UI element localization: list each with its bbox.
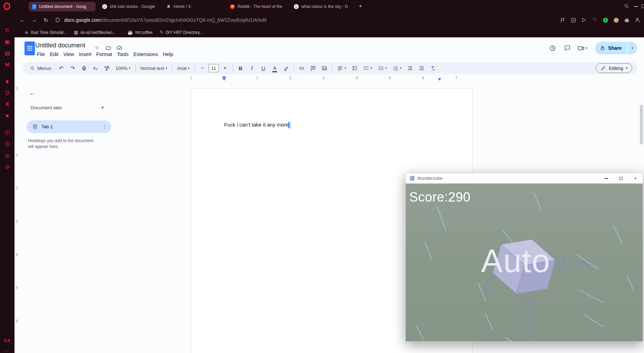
indent-marker-left[interactable] bbox=[222, 78, 226, 81]
paragraph-style-select[interactable]: Normal text ▾ bbox=[138, 63, 170, 73]
sidebar-messenger-icon[interactable]: M bbox=[0, 59, 15, 69]
send-to-device-icon[interactable] bbox=[580, 16, 588, 24]
sidebar-cards-icon[interactable]: ▤ bbox=[0, 48, 15, 58]
sidebar-sync-icon[interactable]: ↻ bbox=[0, 25, 15, 35]
sidebar-box-icon[interactable]: ▣ bbox=[0, 36, 15, 47]
zoom-select[interactable]: 100% ▾ bbox=[113, 63, 133, 73]
sidebar-history-icon[interactable] bbox=[0, 139, 15, 149]
tab-search-icon[interactable] bbox=[624, 3, 629, 10]
star-icon[interactable]: ☆ bbox=[93, 44, 101, 52]
menu-view[interactable]: View bbox=[61, 51, 76, 58]
browser-tab-reddit[interactable]: Reddit - The heart of the bbox=[227, 2, 288, 11]
text-color-button[interactable]: A bbox=[270, 63, 280, 73]
menu-file[interactable]: File bbox=[35, 51, 47, 58]
bookmark-heart-icon[interactable]: ♡ bbox=[591, 16, 598, 24]
sidebar-twitch-icon[interactable] bbox=[0, 88, 15, 98]
line-spacing-button[interactable] bbox=[349, 63, 360, 73]
paint-format-button[interactable] bbox=[102, 63, 112, 73]
site-info-icon[interactable] bbox=[55, 17, 61, 23]
menu-edit[interactable]: Edit bbox=[47, 51, 61, 58]
extension-cookie-icon[interactable] bbox=[612, 16, 620, 24]
font-select[interactable]: Arial ▾ bbox=[175, 63, 192, 73]
profile-icon[interactable] bbox=[634, 16, 641, 24]
minimize-window-button[interactable] bbox=[634, 6, 638, 7]
opera-menu-icon[interactable] bbox=[3, 2, 10, 10]
url-bar[interactable]: docs.google.com/document/d/15aYX7yossB2m… bbox=[64, 17, 267, 23]
sidebar-dot-icon[interactable] bbox=[0, 111, 15, 121]
decrease-font-size-button[interactable]: − bbox=[197, 63, 208, 73]
redo-button[interactable]: ↷ bbox=[68, 63, 78, 73]
browser-tab-search-1[interactable]: G shit coin stocks - Google bbox=[99, 2, 161, 11]
close-button[interactable]: × bbox=[628, 173, 643, 184]
highlight-color-button[interactable] bbox=[281, 63, 291, 73]
first-line-indent-marker[interactable] bbox=[222, 76, 226, 78]
bookmark-item[interactable]: ▦ ioi-xd.net/files/wo... bbox=[74, 27, 116, 37]
browser-tab-docs[interactable]: Untitled document - Goog bbox=[29, 2, 96, 11]
menu-tools[interactable]: Tools bbox=[115, 51, 131, 58]
document-title[interactable]: Untitled document bbox=[35, 42, 85, 49]
pinboard-icon[interactable] bbox=[559, 16, 566, 24]
sidebar-x-icon[interactable]: X bbox=[0, 99, 15, 110]
new-tab-button[interactable]: + bbox=[356, 2, 365, 10]
gx-logo[interactable]: GX bbox=[0, 335, 15, 346]
add-tab-button[interactable]: + bbox=[98, 103, 107, 112]
hide-outline-button[interactable]: ← bbox=[28, 89, 37, 97]
bulleted-list-select[interactable]: ▾ bbox=[376, 63, 390, 73]
docs-logo[interactable] bbox=[25, 41, 35, 55]
move-folder-icon[interactable] bbox=[104, 44, 112, 52]
window-titlebar[interactable]: thundercube × bbox=[406, 173, 643, 184]
sidebar-player-icon[interactable] bbox=[0, 127, 15, 138]
back-button[interactable]: ← bbox=[19, 16, 26, 24]
sidebar-target-icon[interactable]: ◎ bbox=[0, 150, 15, 160]
docs-scrollbar[interactable] bbox=[640, 105, 643, 145]
sidebar-more-icon[interactable]: … bbox=[0, 345, 15, 353]
clear-formatting-button[interactable] bbox=[428, 63, 438, 73]
increase-indent-button[interactable] bbox=[416, 63, 427, 73]
bookmark-item[interactable]: ✎ DIY HRT Directory... bbox=[160, 27, 203, 37]
align-select[interactable]: ▾ bbox=[335, 63, 349, 73]
indent-marker-right[interactable] bbox=[438, 78, 441, 81]
insert-link-button[interactable] bbox=[297, 63, 307, 73]
maximize-button[interactable] bbox=[614, 173, 628, 184]
meet-button[interactable]: ▾ bbox=[577, 45, 588, 52]
editing-mode-button[interactable]: Editing ▾ bbox=[596, 63, 632, 73]
bookmark-item[interactable]: ☕ hrt.coffee bbox=[127, 27, 153, 37]
decrease-indent-button[interactable] bbox=[405, 63, 415, 73]
extension-spotify-icon[interactable] bbox=[602, 16, 609, 24]
thundercube-game-canvas[interactable]: Score:290 Auto bbox=[406, 184, 643, 341]
menus-search-button[interactable]: Menus bbox=[26, 63, 55, 73]
browser-tab-x[interactable]: X Home / X bbox=[163, 2, 224, 11]
numbered-list-select[interactable]: ▾ bbox=[390, 63, 404, 73]
tab-options-icon[interactable]: ⋮ bbox=[102, 124, 107, 130]
checklist-select[interactable]: ▾ bbox=[361, 63, 375, 73]
version-history-icon[interactable] bbox=[548, 44, 557, 53]
checkbox-icon[interactable] bbox=[569, 16, 577, 24]
underline-button[interactable]: U bbox=[258, 63, 269, 73]
print-button[interactable] bbox=[79, 63, 89, 73]
cloud-status-icon[interactable] bbox=[115, 44, 123, 52]
bold-button[interactable]: B bbox=[236, 63, 246, 73]
increase-font-size-button[interactable]: + bbox=[220, 63, 230, 73]
forward-button[interactable]: → bbox=[30, 16, 38, 24]
maximize-window-button[interactable] bbox=[642, 4, 644, 8]
menu-help[interactable]: Help bbox=[161, 51, 176, 58]
italic-button[interactable]: I bbox=[247, 63, 257, 73]
insert-image-button[interactable] bbox=[319, 63, 330, 73]
sidebar-flame-icon[interactable] bbox=[0, 76, 15, 87]
menu-extensions[interactable]: Extensions bbox=[131, 51, 161, 58]
sidebar-settings-icon[interactable] bbox=[0, 161, 15, 172]
font-size-field[interactable]: 11 bbox=[209, 64, 219, 72]
minimize-button[interactable] bbox=[599, 173, 614, 184]
document-tab-1[interactable]: Tab 1 ⋮ bbox=[27, 120, 111, 133]
extensions-puzzle-icon[interactable] bbox=[623, 16, 631, 24]
share-dropdown-button[interactable]: ▾ bbox=[628, 42, 637, 54]
share-button[interactable]: Share bbox=[595, 42, 627, 54]
menu-insert[interactable]: Insert bbox=[77, 51, 94, 58]
undo-button[interactable]: ↶ bbox=[56, 63, 67, 73]
document-text[interactable]: Fuck i can’t take it any more bbox=[224, 122, 289, 128]
browser-tab-search-2[interactable]: G what colour is the sky - G bbox=[290, 2, 352, 11]
comments-icon[interactable] bbox=[563, 44, 572, 53]
insert-comment-button[interactable] bbox=[308, 63, 318, 73]
reload-button[interactable]: ↻ bbox=[42, 16, 50, 24]
menu-format[interactable]: Format bbox=[94, 51, 115, 58]
